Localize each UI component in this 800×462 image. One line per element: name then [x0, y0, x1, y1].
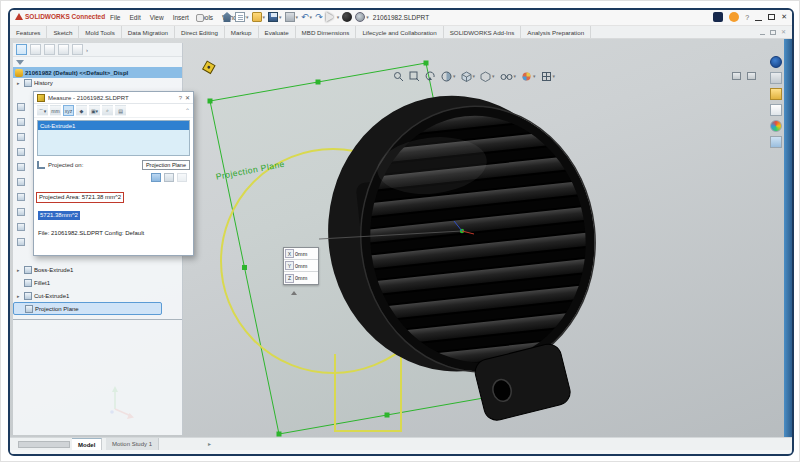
selected-entity-row[interactable]: Cut-Extrude1	[38, 121, 189, 130]
tab-configuration-manager[interactable]	[44, 44, 55, 55]
command-tab[interactable]: SOLIDWORKS Add-Ins	[444, 26, 522, 38]
zoom-fit-button[interactable]	[393, 71, 404, 82]
delta-measure-icon[interactable]	[164, 173, 174, 182]
command-tab[interactable]: MBD Dimensions	[296, 26, 357, 38]
tab-display-manager[interactable]	[72, 44, 83, 55]
command-tab[interactable]: Data Migration	[122, 26, 175, 38]
command-tab[interactable]: Evaluate	[259, 26, 296, 38]
design-library-icon[interactable]	[770, 88, 782, 100]
measure-selection-list[interactable]: Cut-Extrude1	[37, 120, 190, 156]
options-button[interactable]: ▾	[355, 12, 369, 22]
bottom-tab-motion-study-1[interactable]: Motion Study 1	[106, 438, 159, 450]
view-settings-button[interactable]: ▾	[541, 71, 556, 82]
tab-featuremanager-tree[interactable]	[16, 44, 27, 55]
hide-show-items-button[interactable]: ▾	[500, 71, 517, 82]
minimize-button[interactable]	[755, 20, 762, 21]
display-style-button[interactable]: ▾	[480, 71, 495, 82]
expand-arrow-icon[interactable]: ▸	[17, 267, 22, 273]
projected-on-dropdown[interactable]: Projection Plane	[142, 160, 190, 170]
print-button[interactable]: ▾	[285, 12, 299, 22]
resources-home-icon[interactable]	[770, 72, 782, 84]
arc-measure-icon[interactable]: ⌒▾	[37, 105, 48, 116]
feature-icon[interactable]	[17, 178, 25, 186]
bottom-tab-model[interactable]: Model	[72, 438, 102, 450]
custom-properties-icon[interactable]	[770, 136, 782, 148]
expand-arrow-icon[interactable]: ▸	[17, 293, 22, 299]
show-area-icon[interactable]	[151, 173, 161, 182]
feature-icon[interactable]	[17, 238, 25, 246]
tree-item-history[interactable]: ▸ History	[13, 78, 182, 88]
zoom-area-button[interactable]	[409, 71, 420, 82]
feature-icon[interactable]	[17, 208, 25, 216]
display-pane-icon[interactable]	[732, 72, 741, 80]
feature-icon[interactable]	[17, 148, 25, 156]
dialog-close-icon[interactable]: ✕	[185, 94, 190, 101]
feature-icon[interactable]	[17, 223, 25, 231]
doc-close-button[interactable]: ✕	[781, 29, 786, 36]
snapshot-icon[interactable]	[177, 173, 187, 182]
edit-appearance-button[interactable]: ▾	[521, 71, 536, 82]
rebuild-button[interactable]	[342, 12, 352, 22]
horizontal-scrollbar[interactable]	[18, 441, 70, 448]
command-tab[interactable]: Features	[10, 26, 47, 38]
menu-item[interactable]: Edit	[129, 14, 140, 21]
show-xyz-icon[interactable]: xyz	[63, 105, 74, 116]
command-tab[interactable]: Sketch	[47, 26, 79, 38]
measure-history-icon[interactable]: ⌕	[102, 105, 113, 116]
create-sensor-icon[interactable]: ▤	[115, 105, 126, 116]
user-avatar[interactable]	[729, 12, 739, 22]
command-tab[interactable]: Lifecycle and Collaboration	[356, 26, 443, 38]
tab-dimxpert-manager[interactable]	[58, 44, 69, 55]
feature-icon[interactable]	[17, 163, 25, 171]
tree-item[interactable]: Fillet1	[13, 276, 182, 289]
expand-arrow-icon[interactable]: ▸	[17, 80, 22, 86]
feature-icon[interactable]	[17, 103, 25, 111]
tree-panel-splitter[interactable]	[13, 319, 182, 320]
menu-item[interactable]: View	[150, 14, 164, 21]
tree-item[interactable]: Projection Plane	[13, 302, 162, 315]
close-button[interactable]: ✕	[781, 12, 787, 22]
home-button[interactable]	[222, 12, 232, 22]
projected-on-icon[interactable]: ▣▾	[89, 105, 100, 116]
help-icon[interactable]: ?	[745, 14, 749, 21]
previous-view-button[interactable]	[425, 71, 436, 82]
view-palette-icon[interactable]	[770, 104, 782, 116]
restore-button[interactable]	[768, 14, 775, 20]
3dexperience-icon[interactable]	[713, 12, 723, 22]
units-precision-icon[interactable]: mm	[50, 105, 61, 116]
dialog-collapse-icon[interactable]: ⌃	[185, 107, 190, 114]
tab-scroll-icon[interactable]: ▸	[208, 440, 211, 447]
open-button[interactable]: ▾	[252, 12, 266, 22]
new-document-button[interactable]: ▾	[235, 12, 249, 22]
tree-item[interactable]: ▸ Cut-Extrude1	[13, 289, 182, 302]
doc-restore-button[interactable]	[770, 30, 776, 35]
toolbar-pin-icon[interactable]	[196, 14, 204, 22]
task-pane-strip[interactable]	[784, 39, 792, 456]
feature-icon[interactable]	[17, 118, 25, 126]
feature-icon[interactable]	[17, 133, 25, 141]
dialog-help-icon[interactable]: ?	[179, 95, 182, 101]
select-button[interactable]: ▾	[326, 12, 340, 22]
command-tab[interactable]: Markup	[225, 26, 259, 38]
3dexperience-marketplace-icon[interactable]	[770, 56, 782, 68]
feature-icon[interactable]	[17, 193, 25, 201]
point-to-point-icon[interactable]: ◆	[76, 105, 87, 116]
menu-item[interactable]: Insert	[173, 14, 189, 21]
save-button[interactable]: ▾	[268, 12, 282, 22]
command-tab[interactable]: Mold Tools	[79, 26, 121, 38]
command-tab[interactable]: Direct Editing	[175, 26, 225, 38]
command-tab[interactable]: Analysis Preparation	[521, 26, 591, 38]
tree-item[interactable]: ▸ Boss-Extrude1	[13, 263, 182, 276]
taskpane-toggle-icon[interactable]	[747, 72, 756, 80]
view-orientation-button[interactable]: ▾	[461, 71, 476, 82]
measure-dialog-titlebar[interactable]: Measure - 21061982.SLDPRT ? ✕	[34, 92, 193, 104]
measure-callout[interactable]: X 0mm Y 0mm Z 0mm	[283, 247, 319, 285]
section-view-button[interactable]: ▾	[441, 71, 456, 82]
doc-minimize-button[interactable]	[760, 34, 765, 35]
tab-property-manager[interactable]	[30, 44, 41, 55]
menu-item[interactable]: File	[110, 14, 120, 21]
redo-button[interactable]: ↷	[315, 12, 323, 22]
more-tabs-icon[interactable]: ›	[86, 47, 88, 53]
undo-button[interactable]: ↶▾	[301, 12, 312, 22]
tree-filter[interactable]	[13, 57, 182, 67]
